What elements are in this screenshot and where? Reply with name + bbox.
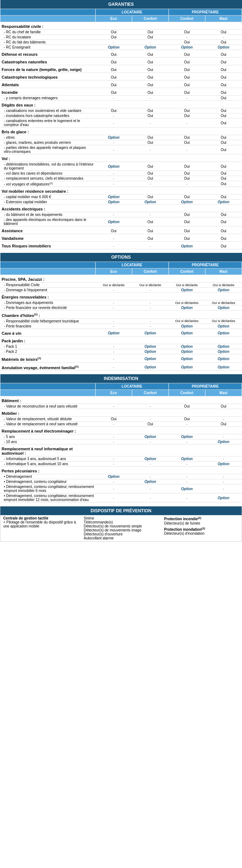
indem-proprietaire-header: PROPRIÉTAIRE bbox=[168, 383, 242, 390]
table-row: Assistance Oui Oui Oui Oui bbox=[0, 226, 242, 234]
table-row: Cave à vin Option Option Option Option bbox=[0, 329, 242, 336]
table-row: - RC du locataire Oui Oui - - bbox=[0, 35, 242, 40]
table-row: Attentats Oui Oui Oui Oui bbox=[0, 80, 242, 88]
indem-locataire-header: LOCATAIRE bbox=[95, 383, 168, 390]
table-row: - canalisations enterrées entre le logem… bbox=[0, 118, 242, 128]
table-row: - Extension capital mobilier Option Opti… bbox=[0, 200, 242, 205]
prevention-item-mouv-simple: Détecteur(s) de mouvements simple bbox=[84, 524, 158, 528]
table-row: - glaces, marbres, autres produits verri… bbox=[0, 140, 242, 145]
locataire-header: LOCATAIRE bbox=[95, 9, 168, 16]
table-row: • Déménagement, contenu congélateur, rem… bbox=[0, 484, 242, 493]
garanties-header: GARANTIES bbox=[0, 0, 242, 9]
table-row: - des appareils électriques ou électroni… bbox=[0, 217, 242, 226]
prevention-item-ouverture: Détecteur(s) d'ouverture bbox=[84, 532, 158, 536]
table-row: Pertes pécuniaires : bbox=[0, 467, 242, 474]
table-row: Accidents électriques : bbox=[0, 205, 242, 212]
prevention-col1: Centrale de gestion tactile + Pilotage d… bbox=[0, 515, 81, 541]
indem-col-maxi: Maxi bbox=[205, 390, 242, 396]
table-row: • Déménagement, contenu congélateur - Op… bbox=[0, 479, 242, 484]
table-row: - y compris dommages ménagers - - - Oui bbox=[0, 96, 242, 101]
prevention-header: DISPOSITIF DE PRÉVENTION bbox=[0, 506, 242, 515]
indem-col-confort-prop: Confort bbox=[168, 390, 205, 396]
prevention-table: Centrale de gestion tactile + Pilotage d… bbox=[0, 515, 242, 541]
table-row: - Valeur de reconstruction à neuf sans v… bbox=[0, 404, 242, 409]
options-col-maxi: Maxi bbox=[205, 268, 242, 275]
table-row: Bris de glace : bbox=[0, 128, 242, 135]
table-row: Bâtiment : bbox=[0, 396, 242, 404]
options-col-confort-loc: Confort bbox=[132, 268, 168, 275]
table-row: - vol voyages et villégiatures(1) - - - … bbox=[0, 181, 242, 187]
table-row: - Dommage à l'équipement - - Option Opti… bbox=[0, 288, 242, 293]
col-eco: Eco bbox=[95, 16, 132, 22]
table-row: • Déménagement, contenu congélateur, rem… bbox=[0, 493, 242, 502]
table-row: - Valeur de remplacement, vétusté déduit… bbox=[0, 417, 242, 422]
table-row: Tous Risques immobiliers - - Option Oui bbox=[0, 242, 242, 249]
options-label-col bbox=[0, 262, 96, 268]
table-row: - Pack 2 - Option Option Option bbox=[0, 349, 242, 354]
prevention-col3: Protection incendie(2) Détecteur(s) de f… bbox=[161, 515, 242, 541]
table-row: Annulation voyage, événement familial(1)… bbox=[0, 362, 242, 371]
table-row: Matériels de loisirs(1) - Option Option … bbox=[0, 354, 242, 362]
options-col-confort-prop: Confort bbox=[168, 268, 205, 275]
garanties-label-sub bbox=[0, 16, 96, 22]
table-row: Forces de la nature (tempête, grêle, nei… bbox=[0, 65, 242, 73]
table-row: Piscine, SPA, Jacuzzi : bbox=[0, 275, 242, 283]
table-row: Mobilier : bbox=[0, 409, 242, 417]
prevention-col1-heading: Centrale de gestion tactile bbox=[3, 516, 78, 520]
table-row: - vitres Option Oui Oui Oui bbox=[0, 135, 242, 140]
table-row: Chambre d'hôtes(1) : bbox=[0, 310, 242, 319]
prevention-row: Centrale de gestion tactile + Pilotage d… bbox=[0, 515, 242, 541]
col-confort-prop: Confort bbox=[168, 16, 205, 22]
proprietaire-header: PROPRIÉTAIRE bbox=[168, 9, 242, 16]
options-table: OPTIONS LOCATAIRE PROPRIÉTAIRE Eco Confo… bbox=[0, 253, 242, 371]
prevention-col1-text: + Pilotage de l'ensemble du dispositif g… bbox=[3, 520, 78, 528]
table-row: - inondations hors catastrophe naturelle… bbox=[0, 113, 242, 118]
col-maxi: Maxi bbox=[205, 16, 242, 22]
indem-label-sub bbox=[0, 390, 96, 396]
prevention-section: DISPOSITIF DE PRÉVENTION Centrale de ges… bbox=[0, 506, 242, 542]
table-row: Catastrophes naturelles Oui Oui Oui Oui bbox=[0, 58, 242, 65]
table-row: Énergies renouvelables : bbox=[0, 293, 242, 300]
table-row: Défense et recours Oui Oui Oui Oui bbox=[0, 50, 242, 58]
prevention-item-mouv-image: Détecteur(s) de mouvements image bbox=[84, 528, 158, 532]
table-row: Remplacement à neuf électroménager : bbox=[0, 427, 242, 434]
table-row: - 5 ans - Option Option - bbox=[0, 434, 242, 439]
table-row: - RC du chef de famille Oui Oui Oui Oui bbox=[0, 30, 242, 35]
prevention-item-telecommande: Télécommande(s) bbox=[84, 520, 158, 524]
indemnisation-table: INDEMNISATION LOCATAIRE PROPRIÉTAIRE Eco… bbox=[0, 374, 242, 502]
table-row: - RC du fait des bâtiments - - Oui Oui bbox=[0, 40, 242, 45]
table-row: Pack jardin : bbox=[0, 336, 242, 344]
table-row: - Dommages aux équipements - - Oui si dé… bbox=[0, 300, 242, 305]
indem-label-col bbox=[0, 383, 96, 390]
garanties-table: GARANTIES LOCATAIRE PROPRIÉTAIRE Eco Con… bbox=[0, 0, 242, 249]
table-row: Incendie Oui Oui Oui Oui bbox=[0, 88, 242, 96]
table-row: Responsabilité civile : bbox=[0, 22, 242, 30]
table-row: - Pack 1 - Option Option Option bbox=[0, 344, 242, 349]
table-row: - détériorations immobilières, vol du co… bbox=[0, 162, 242, 171]
table-row: - parties vitrées des appareils ménagers… bbox=[0, 145, 242, 154]
table-row: - Responsabilité Civile Oui si déclarée … bbox=[0, 283, 242, 288]
table-row: Vandalisme - Oui Oui Oui bbox=[0, 234, 242, 242]
table-row: - canalisations non souterraines et vide… bbox=[0, 108, 242, 113]
prevention-item-autocollant: Autocollant alarme bbox=[84, 536, 158, 540]
col-confort-loc: Confort bbox=[132, 16, 168, 22]
table-row: - RC Enseignant Option Option Option Opt… bbox=[0, 45, 242, 50]
options-locataire-header: LOCATAIRE bbox=[95, 262, 168, 268]
table-row: Vol mobilier résidence secondaire : bbox=[0, 187, 242, 195]
prevention-incendie-heading: Protection incendie(2) bbox=[164, 516, 239, 521]
indemnisation-header: INDEMNISATION bbox=[0, 374, 242, 383]
table-row: - Valeur de remplacement à neuf sans vét… bbox=[0, 422, 242, 427]
table-row: - vol dans les caves et dépendances - Ou… bbox=[0, 171, 242, 176]
table-row: - Perte financière - - Option Option bbox=[0, 324, 242, 329]
page-container: GARANTIES LOCATAIRE PROPRIÉTAIRE Eco Con… bbox=[0, 0, 242, 542]
table-row: - capital mobilier max 6 000 € Option Ou… bbox=[0, 195, 242, 200]
table-row: - Informatique 3 ans, audiovisuel 5 ans … bbox=[0, 456, 242, 462]
table-row: - Informatique 5 ans, audiovisuel 10 ans… bbox=[0, 462, 242, 467]
prevention-incendie-item: Détecteur(s) de fumée bbox=[164, 521, 239, 525]
options-header: OPTIONS bbox=[0, 253, 242, 262]
garanties-label-col bbox=[0, 9, 96, 16]
table-row: - Perte financière sur revente électrici… bbox=[0, 305, 242, 310]
prevention-inondation-item: Détecteur(s) d'inondation bbox=[164, 531, 239, 535]
options-proprietaire-header: PROPRIÉTAIRE bbox=[168, 262, 242, 268]
prevention-col2: Sirène Télécommande(s) Détecteur(s) de m… bbox=[81, 515, 161, 541]
